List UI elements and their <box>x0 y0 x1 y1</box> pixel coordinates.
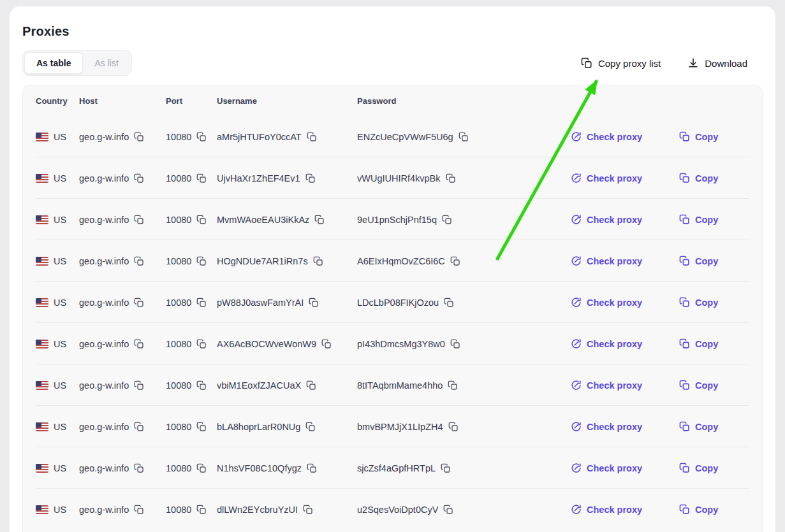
copy-password-icon[interactable] <box>442 215 452 225</box>
copy-port-icon[interactable] <box>196 339 207 349</box>
port-value: 10080 <box>166 380 191 391</box>
copy-password-icon[interactable] <box>450 339 460 349</box>
copy-password-icon[interactable] <box>450 256 460 266</box>
check-proxy-cell: Check proxy <box>571 380 679 391</box>
copy-row-button[interactable]: Copy <box>679 338 718 349</box>
copy-port-icon[interactable] <box>196 132 207 142</box>
copy-row-cell: Copy <box>679 173 749 183</box>
us-flag-icon <box>36 422 48 431</box>
copy-password-icon[interactable] <box>459 132 469 142</box>
check-proxy-label: Check proxy <box>587 422 642 432</box>
copy-host-icon[interactable] <box>134 463 144 473</box>
check-proxy-button[interactable]: Check proxy <box>571 131 642 142</box>
copy-port-icon[interactable] <box>196 505 207 515</box>
copy-host-icon[interactable] <box>134 422 144 432</box>
copy-username-icon[interactable] <box>321 339 332 349</box>
copy-username-icon[interactable] <box>305 422 316 432</box>
copy-row-button[interactable]: Copy <box>679 463 718 473</box>
country-cell: US <box>36 339 79 349</box>
country-value: US <box>54 505 66 515</box>
password-cell: bmvBPMJjX1LIpZH4 <box>357 422 517 432</box>
copy-host-icon[interactable] <box>134 339 144 349</box>
copy-port-icon[interactable] <box>196 256 207 266</box>
download-label: Download <box>705 58 747 69</box>
table-row: US geo.g-w.info 10080 HOgNDUe7AR1iRn7s A… <box>23 240 762 282</box>
header-port: Port <box>166 96 217 106</box>
copy-port-icon[interactable] <box>196 215 207 225</box>
copy-port-icon[interactable] <box>196 380 207 391</box>
check-proxy-button[interactable]: Check proxy <box>571 173 642 183</box>
check-proxy-button[interactable]: Check proxy <box>571 297 642 308</box>
check-proxy-label: Check proxy <box>587 298 642 308</box>
copy-row-cell: Copy <box>679 421 749 432</box>
copy-host-icon[interactable] <box>134 505 144 515</box>
copy-username-icon[interactable] <box>314 215 325 225</box>
copy-password-icon[interactable] <box>446 173 456 183</box>
country-cell: US <box>36 132 79 142</box>
copy-password-icon[interactable] <box>443 505 453 515</box>
copy-host-icon[interactable] <box>134 298 144 308</box>
copy-row-button[interactable]: Copy <box>679 255 718 266</box>
copy-password-icon[interactable] <box>441 463 451 473</box>
copy-port-icon[interactable] <box>196 463 207 473</box>
host-cell: geo.g-w.info <box>79 339 166 349</box>
country-cell: US <box>36 173 79 183</box>
copy-host-icon[interactable] <box>134 256 144 266</box>
copy-host-icon[interactable] <box>134 132 144 142</box>
copy-host-icon[interactable] <box>134 380 144 391</box>
download-button[interactable]: Download <box>687 57 747 69</box>
copy-username-icon[interactable] <box>306 380 316 391</box>
country-value: US <box>54 256 66 266</box>
copy-username-icon[interactable] <box>313 256 323 266</box>
check-proxy-button[interactable]: Check proxy <box>571 338 642 349</box>
copy-port-icon[interactable] <box>196 173 207 183</box>
copy-row-button[interactable]: Copy <box>679 131 718 142</box>
tab-as-table[interactable]: As table <box>24 52 83 74</box>
check-proxy-label: Check proxy <box>587 339 642 349</box>
port-cell: 10080 <box>166 505 217 515</box>
country-cell: US <box>36 463 79 473</box>
check-proxy-button[interactable]: Check proxy <box>571 380 642 391</box>
copy-row-label: Copy <box>695 173 718 183</box>
host-value: geo.g-w.info <box>79 132 129 142</box>
copy-icon <box>679 131 690 142</box>
copy-row-button[interactable]: Copy <box>679 173 718 183</box>
check-proxy-button[interactable]: Check proxy <box>571 214 642 225</box>
copy-proxy-list-button[interactable]: Copy proxy list <box>581 57 661 69</box>
check-proxy-label: Check proxy <box>587 173 642 183</box>
us-flag-icon <box>36 340 48 349</box>
port-cell: 10080 <box>166 380 217 391</box>
copy-port-icon[interactable] <box>196 298 207 308</box>
tab-as-list[interactable]: As list <box>83 52 129 74</box>
copy-username-icon[interactable] <box>307 132 317 142</box>
copy-proxy-list-label: Copy proxy list <box>598 58 661 69</box>
port-value: 10080 <box>166 422 191 432</box>
check-proxy-button[interactable]: Check proxy <box>571 504 642 515</box>
copy-row-button[interactable]: Copy <box>679 380 718 391</box>
copy-username-icon[interactable] <box>305 173 316 183</box>
copy-password-icon[interactable] <box>448 380 458 391</box>
password-cell: pI43hDmcsMg3Y8w0 <box>357 339 517 349</box>
check-proxy-button[interactable]: Check proxy <box>571 421 642 432</box>
check-proxy-button[interactable]: Check proxy <box>571 463 642 473</box>
check-proxy-label: Check proxy <box>587 463 642 473</box>
copy-username-icon[interactable] <box>303 505 313 515</box>
header-username: Username <box>217 96 357 106</box>
copy-row-button[interactable]: Copy <box>679 297 718 308</box>
copy-row-button[interactable]: Copy <box>679 421 718 432</box>
copy-password-icon[interactable] <box>444 298 454 308</box>
password-cell: 8tITAqbmMame4hho <box>357 380 517 391</box>
check-proxy-button[interactable]: Check proxy <box>571 255 642 266</box>
copy-username-icon[interactable] <box>309 298 319 308</box>
copy-host-icon[interactable] <box>134 173 144 183</box>
copy-icon <box>679 255 690 266</box>
copy-port-icon[interactable] <box>196 422 207 432</box>
username-cell: aMr5jHTUFoY0ccAT <box>217 132 357 142</box>
copy-row-button[interactable]: Copy <box>679 504 718 515</box>
copy-row-button[interactable]: Copy <box>679 214 718 225</box>
copy-host-icon[interactable] <box>134 215 144 225</box>
copy-row-cell: Copy <box>679 504 749 515</box>
copy-password-icon[interactable] <box>448 422 459 432</box>
password-value: LDcLbP08FIKjOzou <box>357 298 439 308</box>
copy-username-icon[interactable] <box>307 463 317 473</box>
